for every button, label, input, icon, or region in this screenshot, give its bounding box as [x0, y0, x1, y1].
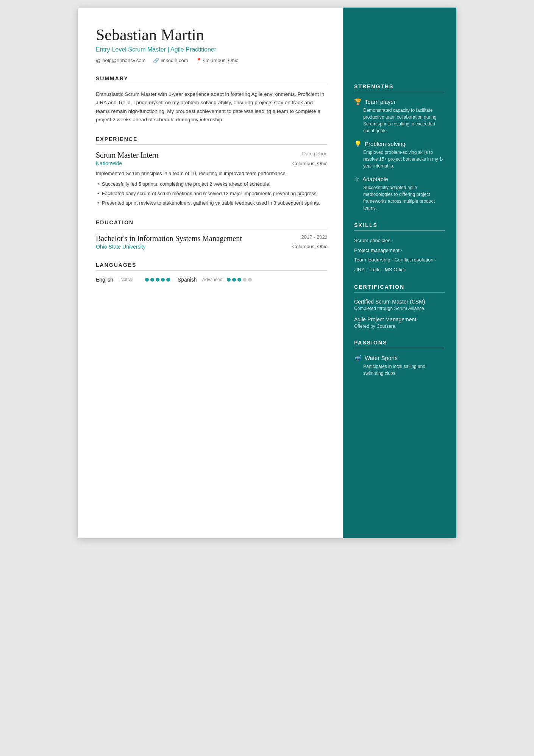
strength-team-player: 🏆 Team player Demonstrated capacity to f…	[354, 98, 445, 134]
dot	[232, 278, 236, 282]
certification-title: CERTIFICATION	[354, 284, 445, 293]
skill-line-3: Team leadership · Conflict resolution ·	[354, 256, 445, 264]
education-title: EDUCATION	[96, 219, 328, 228]
lang-name-english: English	[96, 277, 117, 283]
exp-bullets-list: Successfully led 5 sprints, completing t…	[96, 180, 328, 207]
email-contact: @ help@enhancv.com	[96, 58, 145, 63]
strengths-title: STRENGTHS	[354, 83, 445, 92]
linkedin-contact[interactable]: 🔗 linkedin.com	[153, 58, 188, 63]
star-icon: ☆	[354, 175, 359, 183]
left-column: Sebastian Martin Entry-Level Scrum Maste…	[78, 8, 343, 538]
dot	[161, 278, 165, 282]
candidate-title: Entry-Level Scrum Master | Agile Practit…	[96, 46, 328, 53]
summary-title: SUMMARY	[96, 75, 328, 84]
skills-title: SKILLS	[354, 222, 445, 231]
summary-text: Enthusiastic Scrum Master with 1-year ex…	[96, 90, 328, 124]
strengths-section: STRENGTHS 🏆 Team player Demonstrated cap…	[354, 83, 445, 211]
cert-csm: Certified Scrum Master (CSM) Completed t…	[354, 299, 445, 311]
exp-location: Columbus, Ohio	[292, 161, 328, 166]
linkedin-icon: 🔗	[153, 58, 159, 63]
language-spanish: Spanish Advanced	[178, 277, 252, 283]
contact-info: @ help@enhancv.com 🔗 linkedin.com 📍 Colu…	[96, 58, 328, 63]
strength-desc-adaptable: Successfully adapted agile methodologies…	[354, 184, 445, 211]
exp-description: Implemented Scrum principles in a team o…	[96, 169, 328, 177]
exp-bullet-2: Facilitated daily scrum of scrum meeting…	[96, 189, 328, 197]
edu-location: Columbus, Ohio	[292, 244, 328, 250]
summary-section: SUMMARY Enthusiastic Scrum Master with 1…	[96, 75, 328, 124]
strength-name-team: 🏆 Team player	[354, 98, 445, 105]
right-column: STRENGTHS 🏆 Team player Demonstrated cap…	[343, 8, 456, 538]
dot	[237, 278, 241, 282]
school-name: Ohio State University	[96, 244, 146, 250]
water-sports-icon: 🤿	[354, 354, 362, 362]
exp-header: Scrum Master Intern Date period	[96, 151, 328, 160]
lang-dots-english	[145, 278, 170, 282]
languages-row: English Native Spanish Advanced	[96, 277, 328, 283]
passion-desc-water: Participates in local sailing and swimmi…	[354, 363, 445, 377]
strength-name-adaptable: ☆ Adaptable	[354, 175, 445, 183]
passion-water-sports: 🤿 Water Sports Participates in local sai…	[354, 354, 445, 377]
certification-section: CERTIFICATION Certified Scrum Master (CS…	[354, 284, 445, 329]
languages-title: LANGUAGES	[96, 262, 328, 271]
strength-adaptable: ☆ Adaptable Successfully adapted agile m…	[354, 175, 445, 211]
edu-sub: Ohio State University Columbus, Ohio	[96, 244, 328, 250]
edu-header: Bachelor's in Information Systems Manage…	[96, 234, 328, 243]
lang-name-spanish: Spanish	[178, 277, 198, 283]
cert-desc-csm: Completed through Scrum Alliance.	[354, 306, 445, 311]
dot	[166, 278, 170, 282]
job-title: Scrum Master Intern	[96, 151, 159, 160]
strength-desc-problem: Employed problem-solving skills to resol…	[354, 149, 445, 169]
passions-title: PASSIONS	[354, 340, 445, 348]
exp-date: Date period	[302, 151, 328, 157]
degree-name: Bachelor's in Information Systems Manage…	[96, 234, 242, 243]
lang-dots-spanish	[227, 278, 252, 282]
dot	[227, 278, 231, 282]
passion-name-water: 🤿 Water Sports	[354, 354, 445, 362]
email-icon: @	[96, 58, 101, 63]
education-item: Bachelor's in Information Systems Manage…	[96, 234, 328, 250]
candidate-name: Sebastian Martin	[96, 26, 328, 44]
company-name: Nationwide	[96, 160, 122, 166]
lang-level-spanish: Advanced	[202, 277, 223, 282]
experience-item: Scrum Master Intern Date period Nationwi…	[96, 151, 328, 207]
strength-problem-solving: 💡 Problem-solving Employed problem-solvi…	[354, 140, 445, 169]
cert-desc-agile: Offered by Coursera.	[354, 324, 445, 329]
exp-sub: Nationwide Columbus, Ohio	[96, 160, 328, 166]
skill-line-2: Project management ·	[354, 247, 445, 254]
experience-title: EXPERIENCE	[96, 136, 328, 145]
location-contact: 📍 Columbus, Ohio	[196, 58, 239, 63]
edu-date: 2017 - 2021	[301, 234, 328, 240]
bulb-icon: 💡	[354, 140, 362, 147]
dot	[145, 278, 149, 282]
exp-bullet-3: Presented sprint reviews to stakeholders…	[96, 199, 328, 207]
dot	[248, 278, 252, 282]
lang-level-english: Native	[120, 277, 141, 282]
languages-section: LANGUAGES English Native Spanis	[96, 262, 328, 283]
trophy-icon: 🏆	[354, 98, 362, 105]
cert-name-csm: Certified Scrum Master (CSM)	[354, 299, 445, 305]
resume-wrapper: Sebastian Martin Entry-Level Scrum Maste…	[78, 8, 456, 538]
strength-desc-team: Demonstrated capacity to facilitate prod…	[354, 107, 445, 134]
cert-name-agile: Agile Project Management	[354, 316, 445, 322]
education-section: EDUCATION Bachelor's in Information Syst…	[96, 219, 328, 250]
dot	[156, 278, 159, 282]
skill-line-4: JIRA · Trello · MS Office	[354, 266, 445, 274]
experience-section: EXPERIENCE Scrum Master Intern Date peri…	[96, 136, 328, 207]
location-icon: 📍	[196, 58, 202, 63]
skills-section: SKILLS Scrum principles · Project manage…	[354, 222, 445, 273]
dot	[243, 278, 247, 282]
language-english: English Native	[96, 277, 170, 283]
exp-bullet-1: Successfully led 5 sprints, completing t…	[96, 180, 328, 188]
cert-agile: Agile Project Management Offered by Cour…	[354, 316, 445, 329]
dot	[150, 278, 154, 282]
passions-section: PASSIONS 🤿 Water Sports Participates in …	[354, 340, 445, 377]
skill-line-1: Scrum principles ·	[354, 237, 445, 244]
strength-name-problem: 💡 Problem-solving	[354, 140, 445, 147]
header-section: Sebastian Martin Entry-Level Scrum Maste…	[96, 26, 328, 63]
